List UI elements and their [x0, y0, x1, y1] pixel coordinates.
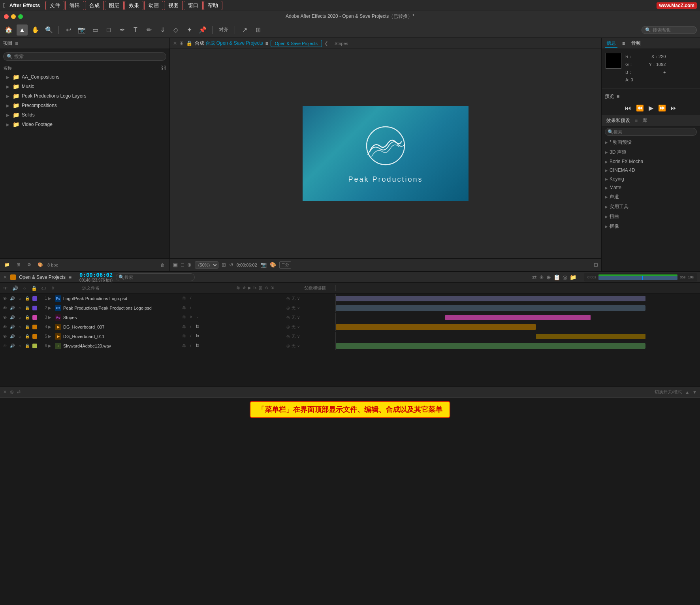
list-item[interactable]: ▶声道 [602, 192, 700, 202]
zoom-tool-button[interactable]: 🔍 [43, 24, 55, 36]
menu-item-help[interactable]: 帮助 [203, 1, 222, 10]
maximize-button[interactable] [18, 14, 23, 19]
layer-expand-arrow[interactable]: ▶ [48, 344, 53, 348]
menu-item-animation[interactable]: 动画 [144, 1, 163, 10]
preview-next-frame-button[interactable]: ⏩ [658, 104, 666, 112]
menu-item-file[interactable]: 文件 [45, 1, 64, 10]
mask-tool-button[interactable]: ▭ [90, 24, 101, 36]
list-item[interactable]: ▶Boris FX Mocha [602, 157, 700, 166]
pin-tool-button[interactable]: 📌 [197, 24, 208, 36]
effects-tab-active[interactable]: 效果和预设 [605, 116, 632, 125]
menu-item-edit[interactable]: 编辑 [65, 1, 84, 10]
switch-3[interactable]: - [195, 315, 200, 320]
delete-button[interactable]: 🗑 [158, 261, 166, 269]
text-tool-button[interactable]: T [130, 24, 141, 36]
settings-icon[interactable]: ⚙ [25, 261, 33, 269]
effects-panel-menu-icon[interactable]: ≡ [635, 118, 638, 124]
preview-panel-menu-icon[interactable]: ≡ [617, 94, 619, 99]
parent-dropdown-icon[interactable]: ∨ [297, 306, 300, 310]
comp-tab-active[interactable]: Open & Save Projects [271, 40, 322, 47]
comp-footer-icon-1[interactable]: ▣ [173, 262, 178, 268]
preview-first-button[interactable]: ⏮ [625, 105, 631, 112]
list-item[interactable]: ▶Matte [602, 183, 700, 192]
layer-lock-button[interactable]: 🔒 [24, 306, 30, 310]
switch-1[interactable]: 单 [181, 324, 187, 330]
switch-2[interactable]: / [188, 343, 194, 349]
timeline-ctrl-3[interactable]: ⊕ [546, 274, 551, 280]
timeline-menu-icon[interactable]: ≡ [69, 274, 72, 280]
effects-tab-library[interactable]: 库 [641, 116, 649, 125]
menu-item-view[interactable]: 视图 [164, 1, 183, 10]
list-item[interactable]: ▶* 动画预设 [602, 137, 700, 147]
switch-motion-blur[interactable]: 单 [181, 296, 187, 301]
layer-name[interactable]: DG_Hoverboard_011 [63, 334, 180, 339]
layer-solo-button[interactable]: ○ [17, 315, 23, 320]
display-tool-button[interactable]: ⊞ [252, 24, 263, 36]
list-item[interactable]: ▶Keying [602, 175, 700, 183]
list-item[interactable]: ▶3D 声道 [602, 147, 700, 157]
comp-footer-camera-icon[interactable]: 📷 [260, 262, 267, 268]
layer-visibility-button[interactable]: 👁 [2, 315, 8, 320]
undo-tool-button[interactable]: ↩ [63, 24, 74, 36]
layer-solo-button[interactable]: ○ [17, 344, 23, 348]
layer-visibility-button[interactable]: 👁 [2, 306, 8, 310]
switch-2[interactable]: / [188, 305, 194, 311]
hand-tool-button[interactable]: ✋ [30, 24, 41, 36]
timeline-ctrl-4[interactable]: 📋 [553, 274, 560, 280]
puppet-tool-button[interactable]: ✦ [184, 24, 195, 36]
layer-visibility-button[interactable]: 👁 [2, 296, 8, 301]
preview-prev-button[interactable]: ⏪ [636, 104, 644, 112]
new-comp-button[interactable]: ⊞ [14, 261, 22, 269]
timeline-bottom-arrow-down[interactable]: ▼ [692, 390, 697, 395]
layer-expand-arrow[interactable]: ▶ [48, 334, 53, 338]
list-item[interactable]: ▶CINEMA 4D [602, 166, 700, 175]
parent-dropdown-icon[interactable]: ∨ [297, 315, 300, 319]
list-item[interactable]: ▶扭曲 [602, 212, 700, 222]
menu-item-effects[interactable]: 效果 [124, 1, 143, 10]
select-tool-button[interactable]: ▲ [17, 24, 28, 36]
comp-footer-color-icon[interactable]: 🎨 [270, 262, 276, 268]
comp-footer-loop-icon[interactable]: ↺ [229, 262, 233, 268]
stamp-tool-button[interactable]: ⇓ [157, 24, 168, 36]
timeline-ctrl-1[interactable]: ⇄ [532, 274, 537, 280]
align-button[interactable]: 对齐 [216, 26, 231, 34]
timeline-bottom-icon-1[interactable]: ✕ [3, 389, 7, 395]
layer-name[interactable]: Peak Productions/Peak Productions Logo.p… [63, 306, 180, 310]
layer-bar[interactable] [336, 343, 645, 349]
render-tool-button[interactable]: ↗ [239, 24, 250, 36]
preview-last-button[interactable]: ⏭ [671, 105, 677, 112]
list-item[interactable]: ▶ 📁 Music [0, 82, 169, 91]
layer-audio-button[interactable]: 🔊 [9, 306, 15, 310]
brush-tool-button[interactable]: ✏ [143, 24, 154, 36]
timeline-ctrl-5[interactable]: ◎ [563, 274, 567, 280]
home-tool-button[interactable]: 🏠 [3, 24, 14, 36]
layer-bar[interactable] [336, 324, 536, 330]
comp-footer-icon-3[interactable]: ⊕ [187, 262, 192, 268]
layer-lock-button[interactable]: 🔒 [24, 334, 30, 338]
layer-solo-button[interactable]: ○ [17, 296, 23, 301]
switch-3[interactable]: fx [195, 343, 200, 349]
layer-bar[interactable] [336, 296, 645, 301]
layer-expand-arrow[interactable]: ▶ [48, 306, 53, 310]
switch-3[interactable]: fx [195, 324, 200, 330]
parent-dropdown-icon[interactable]: ∨ [297, 344, 300, 348]
list-item[interactable]: ▶ 📁 Video Footage [0, 120, 169, 129]
layer-name[interactable]: Skyward4Adobe120.wav [63, 344, 180, 348]
layer-solo-button[interactable]: ○ [17, 306, 23, 310]
layer-lock-button[interactable]: 🔒 [24, 315, 30, 319]
list-item[interactable]: ▶实用工具 [602, 202, 700, 212]
timeline-ctrl-6[interactable]: 📁 [570, 274, 576, 280]
close-button[interactable] [4, 14, 9, 19]
layer-name[interactable]: Stripes [63, 315, 180, 320]
minimize-button[interactable] [11, 14, 16, 19]
comp-tab-stripes[interactable]: Stripes [331, 40, 352, 47]
effects-search-input[interactable] [613, 130, 694, 134]
timeline-search-input[interactable] [124, 275, 192, 280]
switch-1[interactable]: 单 [181, 343, 187, 349]
zoom-select[interactable]: (50%) [195, 261, 218, 269]
info-tab-audio[interactable]: 音频 [630, 39, 642, 47]
layer-visibility-button[interactable]: 👁 [2, 334, 8, 339]
comp-footer-collapse-icon[interactable]: ⊡ [594, 262, 598, 268]
timeline-close-icon[interactable]: ✕ [3, 274, 7, 280]
layer-lock-button[interactable]: 🔒 [24, 296, 30, 301]
